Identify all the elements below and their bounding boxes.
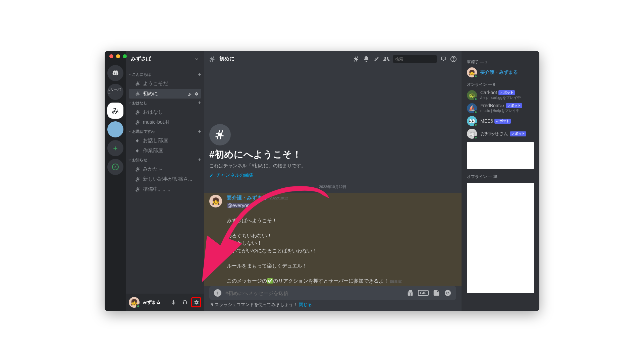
welcome-title: #初めにへようこそ！ [209,148,456,161]
chat-header: 初めに [204,51,462,67]
server-item-active[interactable]: み [107,103,123,119]
chat-main: 初めに #初めにへようこそ！ これはチャンネル「#初めに」の始まりです。 チャン… [204,51,462,311]
channel-item[interactable]: 作業部屋 [129,146,201,156]
server-item[interactable]: カサーバー [107,84,123,100]
deafen-button[interactable] [180,297,190,307]
message-composer: ＋ GIF ↰ スラッシュコマンドを使ってみましょう！ 閉じる [204,286,462,311]
role-heading: 車椅子 — 1 [464,56,537,66]
help-button[interactable] [450,56,457,62]
channel-item[interactable]: お話し部屋 [129,136,201,145]
welcome-subtitle: これはチャンネル「#初めに」の始まりです。 [209,163,456,169]
emoji-button[interactable] [444,289,451,297]
server-name: みずさば [131,56,151,62]
channel-title: 初めに [219,56,234,62]
self-avatar[interactable]: 👧 [129,297,140,308]
maximize-window-icon[interactable] [123,54,127,58]
window-traffic-lights[interactable] [109,54,127,58]
add-channel-button[interactable]: + [198,72,201,77]
mute-mic-button[interactable] [168,297,178,307]
self-username[interactable]: みずまる [141,299,167,305]
hash-icon [209,55,216,63]
slash-command-hint: ↰ スラッシュコマンドを使ってみましょう！ 閉じる [209,300,456,308]
member-item[interactable]: ⛵ FredBoat♪♪ ボットmusic | /helpをプレイ中 [464,102,537,115]
chevron-down-icon [195,57,199,61]
pinned-button[interactable] [373,56,380,62]
add-server-button[interactable]: ＋ [107,140,123,156]
add-channel-button[interactable]: + [198,129,201,134]
channel-item[interactable]: みかた～ [129,164,201,174]
svg-point-4 [448,292,449,293]
status-online-icon [136,304,140,308]
edited-badge: (編集済) [390,280,402,283]
user-settings-button[interactable] [191,297,201,307]
message-item: 👧 要介護・みずまる 2022/10/12 @everyone みずさばへようこ… [204,193,462,286]
pencil-icon [209,173,214,178]
message-content: @everyone みずさばへようこそ！ わるぐちいわない！ けんかしない！ あ… [227,202,456,285]
channel-item[interactable]: 準備中。。。 [129,184,201,194]
notifications-button[interactable] [363,56,370,62]
channel-sidebar: みずさば こんにちは+ようこそだ初めにおはなし+おはなしmusic-bot用お通… [126,51,204,311]
channel-item[interactable]: 新しい記事が投稿さ... [129,174,201,184]
server-rail: カサーバー み ＋ [105,51,126,311]
member-item[interactable]: 👧 要介護・みずまる [464,66,537,79]
gift-button[interactable] [407,289,414,297]
member-item[interactable]: 👀 MEE6 ボット [464,115,537,127]
channel-category[interactable]: お通話ですわ+ [126,127,204,135]
role-heading: オンライン — 6 [464,79,537,88]
close-window-icon[interactable] [109,54,113,58]
inbox-button[interactable] [440,56,447,62]
channel-list: こんにちは+ようこそだ初めにおはなし+おはなしmusic-bot用お通話ですわ+… [126,67,204,294]
channel-category[interactable]: お知らせ+ [126,156,204,164]
chat-scroll[interactable]: #初めにへようこそ！ これはチャンネル「#初めに」の始まりです。 チャンネルの編… [204,67,462,286]
member-item[interactable]: 📰 お知らせさん ボット [464,127,537,140]
minimize-window-icon[interactable] [116,54,120,58]
search-box[interactable] [393,55,437,63]
channel-welcome-icon [209,124,231,145]
edit-channel-link[interactable]: チャンネルの編集 [209,172,254,178]
add-channel-button[interactable]: + [198,157,201,163]
member-list: 車椅子 — 1 👧 要介護・みずまる オンライン — 6 🐢 Carl-bot … [462,51,539,311]
attach-button[interactable]: ＋ [214,289,221,297]
channel-category[interactable]: こんにちは+ [126,70,204,78]
gear-icon [193,299,199,305]
add-channel-button[interactable]: + [198,100,201,106]
member-placeholder [467,183,534,293]
channel-item[interactable]: ようこそだ [129,79,201,88]
server-header[interactable]: みずさば [126,51,204,67]
search-input[interactable] [395,57,445,61]
message-avatar[interactable]: 👧 [209,195,222,207]
mention-everyone: @everyone [227,203,253,208]
message-input[interactable] [225,290,402,296]
user-panel: 👧 みずまる [126,294,204,311]
sticker-button[interactable] [433,289,440,297]
member-placeholder [467,142,534,169]
server-item[interactable] [107,121,123,137]
message-author[interactable]: 要介護・みずまる [227,195,267,201]
slash-hint-close[interactable]: 閉じる [299,302,312,307]
home-button[interactable] [107,65,123,81]
role-heading: オフライン — 15 [464,171,537,181]
member-list-toggle[interactable] [383,56,390,62]
svg-point-3 [446,292,447,293]
channel-item[interactable]: 初めに [129,89,201,99]
date-divider: 2022年10月12日 [209,184,456,189]
channel-item[interactable]: おはなし [129,107,201,117]
message-timestamp: 2022/10/12 [270,196,288,200]
svg-point-2 [445,290,451,296]
threads-button[interactable] [353,56,360,62]
gif-button[interactable]: GIF [418,290,429,296]
channel-item[interactable]: music-bot用 [129,117,201,127]
channel-category[interactable]: おはなし+ [126,99,204,107]
member-item[interactable]: 🐢 Carl-bot ボット/help | carl.ggをプレイ中 [464,88,537,102]
explore-servers-button[interactable] [107,159,123,175]
